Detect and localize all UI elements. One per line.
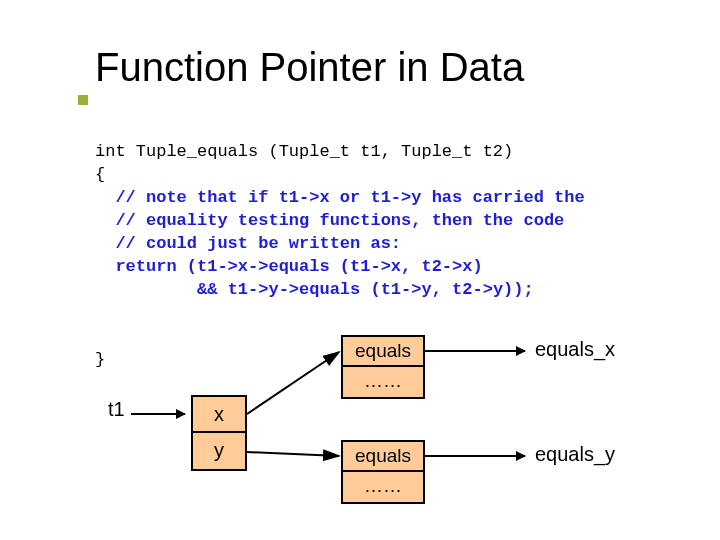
tuple-field-y: y <box>191 433 247 471</box>
slide-title: Function Pointer in Data <box>95 45 524 90</box>
label-equals-y: equals_y <box>535 443 615 466</box>
struct-box-y: equals …… <box>341 440 425 504</box>
arrow-to-equals-x <box>425 350 525 352</box>
title-bullet <box>78 95 88 105</box>
struct-y-equals: equals <box>341 440 425 472</box>
svg-line-0 <box>247 352 339 414</box>
label-equals-x: equals_x <box>535 338 615 361</box>
pointer-label-t1: t1 <box>108 398 125 421</box>
struct-x-equals: equals <box>341 335 425 367</box>
svg-line-1 <box>247 452 339 456</box>
arrow-t1-to-tuple <box>131 413 185 415</box>
struct-x-rest: …… <box>341 367 425 399</box>
tuple-field-x: x <box>191 395 247 433</box>
code-block: int Tuple_equals (Tuple_t t1, Tuple_t t2… <box>95 140 585 301</box>
arrow-to-equals-y <box>425 455 525 457</box>
code-closing-brace: } <box>95 350 105 369</box>
slide: Function Pointer in Data int Tuple_equal… <box>0 0 720 540</box>
struct-box-x: equals …… <box>341 335 425 399</box>
struct-y-rest: …… <box>341 472 425 504</box>
tuple-box: x y <box>191 395 247 471</box>
